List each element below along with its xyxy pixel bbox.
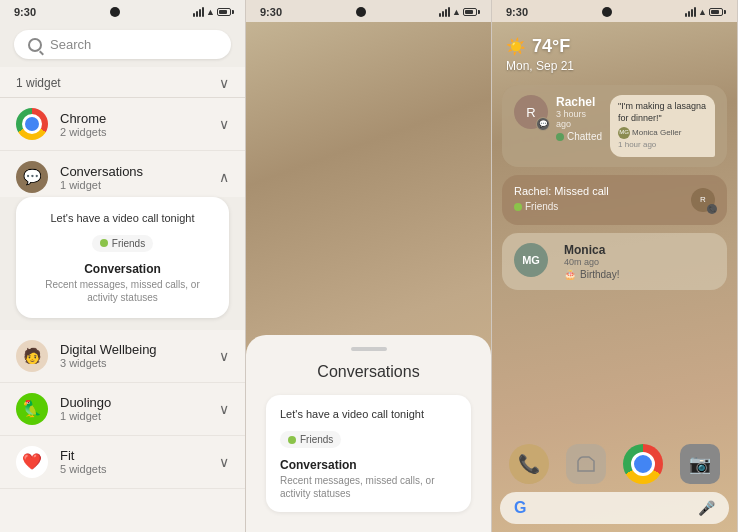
missed-info: Rachel: Missed call Friends	[514, 185, 609, 215]
conv-card-monica[interactable]: MG Monica 40m ago 🎂 Birthday!	[502, 233, 727, 290]
missed-text: Rachel: Missed call	[514, 185, 609, 197]
fit-icon: ❤️	[16, 446, 48, 478]
dock-folder-icon[interactable]	[566, 444, 606, 484]
conversations-chevron-icon: ∧	[219, 169, 229, 185]
app-item-duolingo[interactable]: 🦜 Duolingo 1 widget ∨	[0, 383, 245, 436]
conv-card-rachel[interactable]: R 💬 Rachel 3 hours ago Chatted "I'm m	[502, 85, 727, 167]
monica-info: Monica 40m ago 🎂 Birthday!	[556, 243, 715, 280]
status-bar-1: 9:30 ▲	[0, 0, 245, 22]
weather-temp: 74°F	[532, 36, 570, 57]
status-time-1: 9:30	[14, 6, 36, 18]
fit-count: 5 widgets	[60, 463, 219, 475]
sun-icon: ☀️	[506, 37, 526, 56]
wifi-icon-3: ▲	[698, 7, 707, 17]
missed-group-label: Friends	[525, 201, 558, 212]
app-item-chrome[interactable]: Chrome 2 widgets ∨	[0, 98, 245, 151]
partial-chevron-icon: ∨	[219, 75, 229, 91]
modal-friends-badge: Friends	[280, 431, 341, 448]
dw-count: 3 widgets	[60, 357, 219, 369]
missed-row: Rachel: Missed call Friends R 📞	[514, 185, 715, 215]
modal-handle[interactable]	[351, 347, 387, 351]
conversations-modal: Conversations Let's have a video call to…	[246, 335, 491, 532]
dw-chevron-icon: ∨	[219, 348, 229, 364]
conversations-count: 1 widget	[60, 179, 219, 191]
duolingo-icon: 🦜	[16, 393, 48, 425]
app-item-conversations[interactable]: 💬 Conversations 1 widget ∧	[0, 151, 245, 197]
partial-item-label: 1 widget	[16, 76, 61, 90]
widget-scroll[interactable]: 1 widget ∨ Chrome 2 widgets ∨ 💬 Conversa…	[0, 67, 245, 532]
search-container: Search	[0, 22, 245, 67]
home-search-bar[interactable]: G 🎤	[500, 492, 729, 524]
digital-wellbeing-icon: 🧑	[16, 340, 48, 372]
rachel-bubble-text: "I'm making a lasagna for dinner!"	[618, 101, 706, 123]
modal-friends-dot-icon	[288, 436, 296, 444]
conversations-icon: 💬	[16, 161, 48, 193]
rachel-avatar: R 💬	[514, 95, 548, 129]
folder-svg	[575, 453, 597, 475]
missed-friends-label: Friends	[514, 201, 558, 212]
status-time-3: 9:30	[506, 6, 528, 18]
rachel-status-dot	[556, 133, 564, 141]
search-icon	[28, 38, 42, 52]
modal-title: Conversations	[266, 363, 471, 381]
dock-area: 📞 📷 G 🎤	[492, 434, 737, 532]
phone-conversations-modal: 9:30 ▲ Conversations Let's have a video …	[246, 0, 492, 532]
widget-name: Conversation	[30, 262, 215, 276]
duo-chevron-icon: ∨	[219, 401, 229, 417]
monica-time: 40m ago	[564, 257, 715, 267]
conv-card-rachel-missed[interactable]: Rachel: Missed call Friends R 📞	[502, 175, 727, 225]
signal-icon-1	[193, 7, 204, 17]
rachel-status-text: Chatted	[567, 131, 602, 142]
rachel-avatar-letter: R	[526, 105, 535, 120]
modal-widget-name: Conversation	[280, 458, 457, 472]
missed-avatars: R 📞	[691, 188, 715, 212]
rachel-badge-icon: 💬	[536, 117, 550, 131]
camera-notch-3	[602, 7, 612, 17]
status-time-2: 9:30	[260, 6, 282, 18]
camera-notch-1	[110, 7, 120, 17]
conversations-info: Conversations 1 widget	[48, 164, 219, 191]
signal-icon-2	[439, 7, 450, 17]
duo-count: 1 widget	[60, 410, 219, 422]
dock-camera-icon[interactable]: 📷	[680, 444, 720, 484]
microphone-icon[interactable]: 🎤	[698, 500, 715, 516]
fit-name: Fit	[60, 448, 219, 463]
fit-info: Fit 5 widgets	[48, 448, 219, 475]
battery-icon-1	[217, 8, 231, 16]
status-icons-3: ▲	[685, 7, 723, 17]
missed-av-badge-icon: 📞	[707, 204, 717, 214]
monica-avatar-text: MG	[522, 254, 540, 266]
modal-widget-description: Recent messages, missed calls, or activi…	[280, 474, 457, 500]
app-item-digital-wellbeing[interactable]: 🧑 Digital Wellbeing 3 widgets ∨	[0, 330, 245, 383]
missed-av-1: R 📞	[691, 188, 715, 212]
dock-chrome-icon[interactable]	[623, 444, 663, 484]
modal-widget-card: Let's have a video call tonight Friends …	[266, 395, 471, 512]
partial-app-item: 1 widget ∨	[0, 67, 245, 98]
monica-geller-mini-avatar: MG	[618, 127, 630, 139]
fit-chevron-icon: ∨	[219, 454, 229, 470]
monica-name: Monica	[564, 243, 715, 257]
phone-widget-picker: 9:30 ▲ Search 1 widget	[0, 0, 246, 532]
google-g-logo: G	[514, 499, 526, 517]
rachel-card-row: R 💬 Rachel 3 hours ago Chatted "I'm m	[514, 95, 715, 157]
chrome-name: Chrome	[60, 111, 219, 126]
monica-status-text: Birthday!	[580, 269, 619, 280]
monica-status: 🎂 Birthday!	[564, 269, 715, 280]
phone-home-screen: 9:30 ▲ ☀️ 74°F Mon, Sep 21	[492, 0, 738, 532]
rachel-info: Rachel 3 hours ago Chatted	[556, 95, 602, 142]
rachel-name: Rachel	[556, 95, 602, 109]
modal-friends-label: Friends	[300, 434, 333, 445]
dock-icons: 📞 📷	[500, 444, 729, 484]
friends-dot-icon	[100, 239, 108, 247]
rachel-bubble: "I'm making a lasagna for dinner!" MG Mo…	[610, 95, 715, 157]
dock-phone-icon[interactable]: 📞	[509, 444, 549, 484]
home-content: ☀️ 74°F Mon, Sep 21 R 💬 Rachel 3 hours a…	[492, 0, 737, 532]
widget-description: Recent messages, missed calls, or activi…	[30, 278, 215, 304]
app-item-fit[interactable]: ❤️ Fit 5 widgets ∨	[0, 436, 245, 489]
chrome-icon	[16, 108, 48, 140]
signal-icon-3	[685, 7, 696, 17]
search-input[interactable]: Search	[50, 37, 91, 52]
search-bar[interactable]: Search	[14, 30, 231, 59]
monica-avatar: MG	[514, 243, 548, 277]
status-bar-2: 9:30 ▲	[246, 0, 491, 22]
